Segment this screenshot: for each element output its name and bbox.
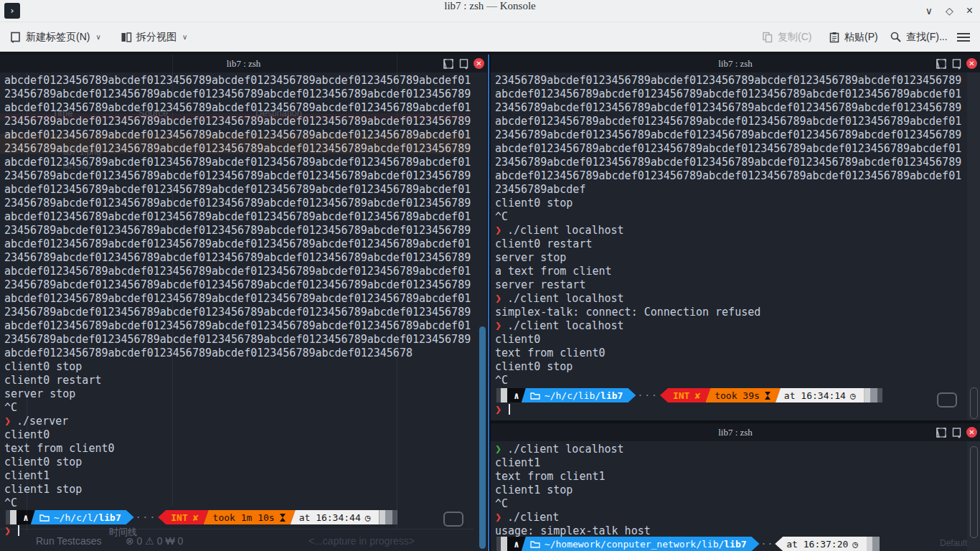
bleed-run-testcases: Run Testcases	[36, 535, 102, 547]
folder-icon	[530, 540, 540, 548]
find-button[interactable]: 查找(F)...	[890, 22, 948, 52]
terminal-line: ❯./client localhost	[495, 292, 966, 306]
expand-view-icon[interactable]	[936, 58, 947, 70]
chevron-down-icon: ∨	[95, 33, 100, 41]
terminal-line: simplex-talk: connect: Connection refuse…	[495, 306, 966, 319]
prompt-path-segment: ~/h/c/lib/lib7	[522, 388, 636, 402]
terminal-line: 23456789abcdef0123456789abcdef0123456789…	[4, 142, 481, 156]
scrollbar-track[interactable]	[967, 72, 980, 420]
segment-block	[872, 537, 880, 551]
copy-button[interactable]: 复制(C)	[762, 22, 811, 52]
pane-splitter-vertical[interactable]	[487, 55, 491, 551]
segment-block	[501, 388, 507, 402]
prompt-chevron: ❯	[4, 524, 11, 537]
segment-block	[10, 510, 17, 524]
paste-button[interactable]: 粘贴(P)	[829, 22, 878, 52]
text-cursor	[18, 525, 19, 536]
close-button[interactable]: ×	[966, 4, 973, 17]
cursor-line-left[interactable]: ❯	[4, 524, 19, 538]
terminal-line: ^C	[4, 496, 481, 510]
terminal-line: 23456789abcdef0123456789abcdef0123456789…	[4, 306, 481, 319]
expand-view-icon[interactable]	[936, 427, 947, 438]
new-tab-button[interactable]: 新建标签页(N) ∨	[10, 22, 101, 52]
bleed-timeline-label: 时间线	[109, 526, 137, 539]
error-cross-icon: ✘	[694, 390, 700, 401]
cursor-line-top-right[interactable]: ❯	[495, 403, 510, 417]
maximize-button[interactable]: ◇	[946, 5, 953, 17]
terminal-line: client1 stop	[4, 483, 481, 496]
terminal-line: abcdef0123456789abcdef0123456789abcdef01…	[495, 115, 966, 128]
terminal-line: abcdef0123456789abcdef0123456789abcdef01…	[495, 169, 966, 183]
terminal-line: 23456789abcdef0123456789abcdef0123456789…	[4, 115, 481, 128]
segment-block	[864, 388, 870, 402]
terminal-line: abcdef0123456789abcdef0123456789abcdef01…	[4, 292, 481, 306]
text-cursor	[509, 404, 510, 415]
terminal-line: ❯./client localhost	[495, 319, 966, 333]
titlebar[interactable]: › lib7 : zsh — Konsole ∨ ◇ ×	[0, 0, 980, 22]
terminal-bottom-right[interactable]: ❯./client localhostclient1text from clie…	[495, 443, 966, 538]
prompt-status-segment: INT✘	[158, 510, 208, 524]
terminal-line: abcdef0123456789abcdef0123456789abcdef01…	[495, 142, 966, 156]
folder-icon	[39, 514, 50, 522]
bleed-capture-progress: <...capture in progress>	[308, 535, 415, 547]
terminal-line: 23456789abcdef0123456789abcdef0123456789…	[495, 74, 966, 88]
terminal-top-right[interactable]: 23456789abcdef0123456789abcdef0123456789…	[495, 74, 966, 387]
pane-title: lib7 : zsh	[491, 55, 980, 72]
toolbar: 新建标签页(N) ∨ 拆分视图 ∨ 复制(C) 粘贴(P) 查找(F)...	[0, 22, 980, 52]
prompt-filler-dots: ··	[760, 537, 776, 551]
copy-label: 复制(C)	[778, 31, 811, 44]
terminal-line: client0 stop	[495, 360, 966, 374]
clock-icon: ◷	[850, 390, 856, 401]
terminal-line: text from client1	[495, 470, 966, 484]
terminal-line: abcdef0123456789abcdef0123456789abcdef01…	[4, 210, 481, 224]
scrollbar-thumb-left[interactable]	[479, 326, 486, 549]
terminal-line: ❯./client	[495, 511, 966, 524]
terminal-line: text from client0	[495, 347, 966, 360]
terminal-line: ^C	[495, 497, 966, 511]
close-view-icon[interactable]: ✕	[473, 58, 484, 69]
close-view-icon[interactable]: ✕	[966, 58, 977, 69]
close-view-icon[interactable]: ✕	[966, 427, 977, 438]
pane-header-top-right[interactable]: lib7 : zsh ✕	[491, 55, 980, 72]
prompt-path-segment: ~/h/c/l/lib7	[31, 510, 134, 524]
segment-block	[867, 537, 872, 551]
menu-button[interactable]	[957, 22, 970, 52]
find-label: 查找(F)...	[906, 31, 948, 44]
prompt-chevron: ❯	[495, 443, 501, 456]
prompt-decoration-box	[443, 512, 463, 527]
terminal-line: 23456789abcdef0123456789abcdef0123456789…	[4, 88, 481, 101]
terminal-line: abcdef0123456789abcdef0123456789abcdef01…	[4, 265, 481, 278]
prompt-chevron: ❯	[495, 511, 501, 524]
detach-view-icon[interactable]	[458, 58, 470, 70]
prompt-path-segment: ~/homework/conputer_network/lib/lib7	[522, 537, 760, 551]
terminal-line: 23456789abcdef0123456789abcdef0123456789…	[4, 333, 481, 347]
prompt-chevron: ❯	[4, 415, 11, 428]
segment-block	[870, 388, 877, 402]
pane-title: lib7 : zsh	[491, 423, 980, 441]
detach-view-icon[interactable]	[951, 58, 963, 70]
scrollbar-thumb-bottom-right[interactable]	[970, 446, 978, 538]
paste-icon	[829, 32, 840, 43]
new-tab-icon	[10, 32, 22, 43]
segment-block	[380, 510, 385, 524]
terminal-line: client0	[4, 428, 481, 442]
terminal-left[interactable]: abcdef0123456789abcdef0123456789abcdef01…	[4, 74, 481, 510]
scrollbar-thumb-top-right[interactable]	[970, 387, 978, 419]
terminal-line: 23456789abcdef0123456789abcdef0123456789…	[495, 101, 966, 115]
terminal-line: text from client0	[4, 442, 481, 456]
pane-header-left[interactable]: lib7 : zsh ✕	[0, 55, 487, 72]
search-icon	[890, 31, 902, 43]
terminal-line: ^C	[4, 401, 481, 415]
terminal-line: ^C	[495, 374, 966, 387]
paste-label: 粘贴(P)	[844, 31, 878, 44]
new-tab-label: 新建标签页(N)	[26, 31, 90, 44]
minimize-button[interactable]: ∨	[925, 5, 933, 17]
detach-view-icon[interactable]	[951, 427, 963, 438]
chevron-down-icon: ∨	[182, 33, 187, 41]
prompt-chevron: ❯	[495, 292, 501, 305]
pane-header-bottom-right[interactable]: lib7 : zsh ✕	[491, 423, 980, 441]
terminal-line: 23456789abcdef0123456789abcdef0123456789…	[4, 251, 481, 265]
expand-view-icon[interactable]	[443, 58, 454, 70]
terminal-line: abcdef0123456789abcdef0123456789abcdef01…	[4, 156, 481, 169]
split-view-button[interactable]: 拆分视图 ∨	[121, 22, 187, 52]
